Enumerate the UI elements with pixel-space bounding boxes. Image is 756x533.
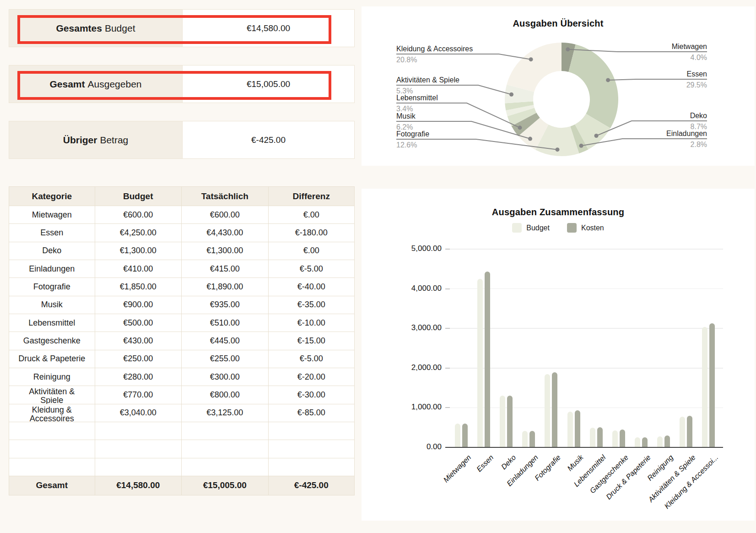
table-cell[interactable]: €600.00 (182, 206, 269, 224)
bar-kosten-einladungen[interactable] (529, 431, 535, 447)
table-cell[interactable]: €300.00 (182, 368, 269, 386)
bar-budget-essen[interactable] (477, 279, 483, 447)
table-cell[interactable]: €445.00 (182, 332, 269, 350)
legend-item-kosten[interactable]: Kosten (567, 223, 604, 233)
bar-kosten-deko[interactable] (507, 396, 513, 447)
bar-budget-gastgeschenke[interactable] (612, 430, 618, 447)
table-cell[interactable]: €1,890.00 (182, 278, 269, 296)
table-cell[interactable]: €430.00 (95, 332, 182, 350)
table-cell[interactable]: €15,005.00 (182, 476, 269, 495)
table-cell[interactable]: €-30.00 (269, 386, 355, 404)
table-cell[interactable]: €250.00 (95, 350, 182, 368)
table-cell[interactable] (9, 440, 95, 458)
table-cell[interactable]: Musik (9, 296, 95, 314)
bar-kosten-kleidung-accessoi-[interactable] (709, 323, 715, 447)
bar-budget-einladungen[interactable] (522, 431, 528, 447)
donut-slice-essen[interactable] (568, 44, 618, 128)
table-cell[interactable]: Druck & Papeterie (9, 350, 95, 368)
donut-chart-panel[interactable]: Ausgaben Übersicht Mietwagen4.0%Essen29.… (362, 6, 755, 166)
table-cell[interactable]: €.00 (269, 206, 355, 224)
table-cell[interactable] (182, 422, 269, 440)
table-header-cell[interactable]: Budget (95, 187, 182, 206)
table-cell[interactable]: €1,300.00 (182, 242, 269, 260)
table-cell[interactable] (182, 440, 269, 458)
table-cell[interactable]: €600.00 (95, 206, 182, 224)
remaining-label[interactable]: Übriger Betrag (9, 121, 182, 158)
table-cell[interactable]: €1,850.00 (95, 278, 182, 296)
table-cell[interactable] (269, 440, 355, 458)
bar-chart-panel[interactable]: Ausgaben Zusammenfassung BudgetKosten 0.… (362, 189, 755, 521)
table-cell[interactable]: €-20.00 (269, 368, 355, 386)
bar-kosten-essen[interactable] (485, 272, 490, 447)
bar-budget-druck-papeterie[interactable] (635, 437, 640, 447)
bar-kosten-aktivit-ten-spiele[interactable] (687, 416, 692, 447)
table-cell[interactable]: Mietwagen (9, 206, 95, 224)
table-cell[interactable] (269, 422, 355, 440)
table-cell[interactable] (95, 458, 182, 476)
table-cell[interactable]: €14,580.00 (95, 476, 182, 495)
table-cell[interactable]: €415.00 (182, 260, 269, 278)
bar-budget-lebensmittel[interactable] (590, 428, 595, 447)
table-cell[interactable]: Deko (9, 242, 95, 260)
table-cell[interactable]: Kleidung & Accessoires (9, 404, 95, 422)
bar-kosten-fotografie[interactable] (552, 372, 557, 447)
donut-slice-kleidung-accessoires[interactable] (507, 43, 562, 92)
table-cell[interactable]: €800.00 (182, 386, 269, 404)
table-cell[interactable]: Fotografie (9, 278, 95, 296)
bar-budget-aktivit-ten-spiele[interactable] (680, 417, 685, 447)
table-cell[interactable]: €4,250.00 (95, 224, 182, 242)
bar-budget-reinigung[interactable] (657, 436, 663, 447)
table-cell[interactable]: €255.00 (182, 350, 269, 368)
table-cell[interactable]: Einladungen (9, 260, 95, 278)
bar-budget-mietwagen[interactable] (455, 424, 460, 447)
table-cell[interactable]: €.00 (269, 242, 355, 260)
table-header-cell[interactable]: Differenz (269, 187, 355, 206)
table-cell[interactable]: €4,430.00 (182, 224, 269, 242)
table-cell[interactable]: €-35.00 (269, 296, 355, 314)
table-header-cell[interactable]: Kategorie (9, 187, 95, 206)
bar-kosten-druck-papeterie[interactable] (642, 437, 648, 447)
bar-kosten-reinigung[interactable] (664, 435, 670, 447)
table-cell[interactable]: €280.00 (95, 368, 182, 386)
table-cell[interactable]: Essen (9, 224, 95, 242)
table-cell[interactable] (269, 458, 355, 476)
table-cell[interactable] (9, 458, 95, 476)
table-cell[interactable]: €900.00 (95, 296, 182, 314)
bar-budget-musik[interactable] (567, 412, 573, 447)
table-cell[interactable]: €-40.00 (269, 278, 355, 296)
bar-budget-deko[interactable] (500, 396, 505, 447)
table-cell[interactable]: €-5.00 (269, 260, 355, 278)
table-cell[interactable]: Gastgeschenke (9, 332, 95, 350)
table-cell[interactable]: €-85.00 (269, 404, 355, 422)
table-cell[interactable]: €935.00 (182, 296, 269, 314)
table-cell[interactable]: Reinigung (9, 368, 95, 386)
bar-kosten-musik[interactable] (575, 410, 580, 447)
bar-budget-kleidung-accessoi-[interactable] (702, 327, 707, 447)
table-header-cell[interactable]: Tatsächlich (182, 187, 269, 206)
table-cell[interactable] (95, 422, 182, 440)
remaining-value[interactable]: €-425.00 (182, 121, 354, 158)
table-cell[interactable]: Aktivitäten & Spiele (9, 386, 95, 404)
bar-budget-fotografie[interactable] (545, 374, 550, 447)
table-cell[interactable] (9, 422, 95, 440)
bar-kosten-lebensmittel[interactable] (597, 427, 603, 447)
bar-kosten-gastgeschenke[interactable] (620, 430, 625, 447)
table-cell[interactable]: €3,040.00 (95, 404, 182, 422)
table-cell[interactable]: €1,300.00 (95, 242, 182, 260)
table-cell[interactable]: €-15.00 (269, 332, 355, 350)
table-cell[interactable] (95, 440, 182, 458)
table-cell[interactable]: €500.00 (95, 314, 182, 332)
table-cell[interactable]: Lebensmittel (9, 314, 95, 332)
legend-item-budget[interactable]: Budget (512, 223, 550, 233)
table-cell[interactable]: €510.00 (182, 314, 269, 332)
table-cell[interactable]: €-10.00 (269, 314, 355, 332)
table-cell[interactable]: Gesamt (9, 476, 95, 495)
table-cell[interactable]: €410.00 (95, 260, 182, 278)
bar-kosten-mietwagen[interactable] (462, 424, 468, 447)
table-cell[interactable]: €-425.00 (269, 476, 355, 495)
table-cell[interactable] (182, 458, 269, 476)
table-cell[interactable]: €3,125.00 (182, 404, 269, 422)
table-cell[interactable]: €770.00 (95, 386, 182, 404)
table-cell[interactable]: €-5.00 (269, 350, 355, 368)
table-cell[interactable]: €-180.00 (269, 224, 355, 242)
